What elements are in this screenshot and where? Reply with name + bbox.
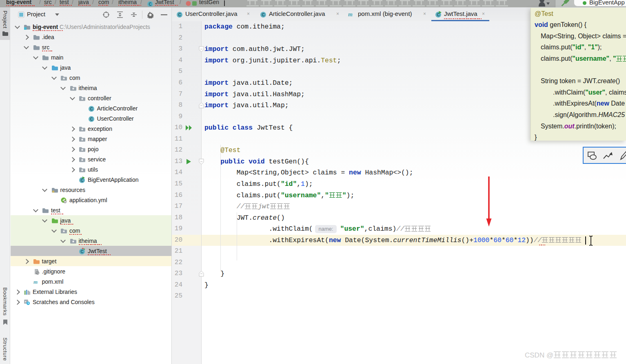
svg-text:m: m (348, 11, 353, 18)
svg-text:m: m (33, 279, 38, 285)
svg-text:C: C (80, 178, 83, 183)
svg-text:C: C (178, 13, 181, 17)
svg-text:C: C (149, 2, 151, 7)
svg-text:C: C (262, 13, 264, 17)
svg-text:C: C (90, 117, 93, 121)
svg-text:C: C (80, 249, 83, 254)
svg-text:C: C (90, 107, 93, 111)
